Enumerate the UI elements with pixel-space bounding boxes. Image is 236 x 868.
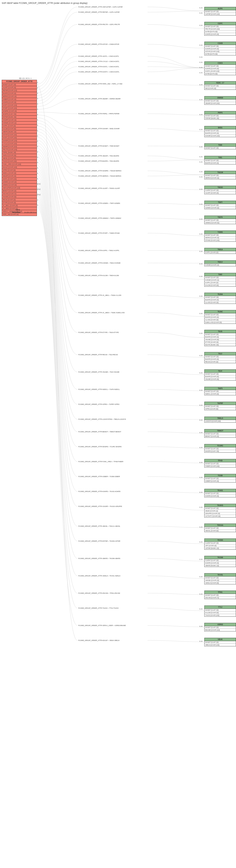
main-table-header[interactable]: FCOMS_GROUP_ORDER_ATTR bbox=[2, 80, 37, 83]
target-table-header[interactable]: T000 bbox=[205, 144, 236, 147]
target-table-header[interactable]: CEPC bbox=[205, 22, 236, 25]
target-table-header[interactable]: T003O bbox=[205, 186, 236, 189]
main-table-field: GSBER [CHAR (4)] bbox=[2, 98, 37, 101]
left-cardinality: 1 bbox=[37, 140, 38, 142]
target-table-t8jg: T8JGMANDT [CLNT (3)]BUKRS [CHAR (4)]VNAM… bbox=[204, 330, 236, 346]
target-table-header[interactable]: TAIF5 bbox=[205, 387, 236, 390]
target-table-header[interactable]: T683 bbox=[205, 273, 236, 276]
main-table-field: ETYPE [CHAR (3)] bbox=[2, 201, 37, 204]
cardinality-label: 0..N bbox=[200, 355, 203, 356]
target-table-header[interactable]: TKO08 bbox=[205, 556, 236, 559]
target-table-field: ABGSL [CHAR (6)] bbox=[205, 529, 236, 532]
target-table-header[interactable]: TCURC bbox=[205, 444, 236, 447]
target-table-header[interactable]: TBMOT bbox=[205, 429, 236, 432]
target-table-header[interactable]: AUFK bbox=[205, 7, 236, 10]
cardinality-label: 0..N bbox=[200, 404, 203, 406]
target-table-field: MANDT [CLNT (3)] bbox=[205, 507, 236, 510]
target-table-header[interactable]: CSKB bbox=[205, 42, 236, 45]
relation-label: FCOMS_GROUP_ORDER_ATTR-TXJCD = TTXJ-TXJC… bbox=[78, 607, 119, 609]
target-table-header[interactable]: TKV01 bbox=[205, 574, 236, 577]
target-table-prps: PRPSMANDT [CLNT (3)]PSPNR [NUMC (8)] bbox=[204, 111, 236, 120]
target-table-header[interactable]: FERC_C7 bbox=[205, 82, 236, 85]
relation-label: FCOMS_GROUP_ORDER_ATTR-PRCTR = CEPC-PRCT… bbox=[78, 24, 120, 25]
relation-label: FCOMS_GROUP_ORDER_ATTR-KOSTL = CSKS-KOST… bbox=[78, 66, 119, 67]
relation-label: FCOMS_GROUP_ORDER_ATTR-SOWRK = T001W-WER… bbox=[78, 170, 122, 172]
target-table-header[interactable]: T8JV bbox=[205, 370, 236, 373]
target-table-header[interactable]: TKAVG bbox=[205, 504, 236, 507]
target-table-field: GRUPPE [CHAR (4)] bbox=[205, 512, 236, 515]
target-table-field: STAND [CHAR (10)] bbox=[205, 239, 236, 242]
target-table-header[interactable]: TAPRF bbox=[205, 402, 236, 405]
target-table-header[interactable]: USR02 bbox=[205, 623, 236, 626]
left-cardinality: 1 bbox=[37, 178, 38, 180]
relation-label: FCOMS_GROUP_ORDER_ATTR-VERAA_USER = USR0… bbox=[78, 625, 126, 626]
target-table-header[interactable]: TKA01 bbox=[205, 489, 236, 492]
target-table-field: KOKRS [CHAR (4)] bbox=[205, 67, 236, 70]
target-table-header[interactable]: TBDLS bbox=[205, 417, 236, 420]
target-table-header[interactable]: T8JJ bbox=[205, 352, 236, 355]
relation-label: FCOMS_GROUP_ORDER_ATTR-MANDT = T000-MAND… bbox=[78, 145, 119, 147]
target-table-header[interactable]: T499S bbox=[205, 231, 236, 234]
target-table-header[interactable]: SKB1 bbox=[205, 126, 236, 129]
relation-label: FCOMS_GROUP_ORDER_ATTR-KVEWE = T681V-KVE… bbox=[78, 262, 121, 264]
target-table-header[interactable]: T8JG bbox=[205, 330, 236, 333]
target-table-field: MANDT [CLNT (3)] bbox=[205, 219, 236, 221]
target-table-header[interactable]: T001 bbox=[205, 156, 236, 159]
target-table-header[interactable]: PRPS bbox=[205, 111, 236, 115]
cardinality-label: 0..N bbox=[200, 146, 203, 148]
target-table-header[interactable]: TGSB bbox=[205, 474, 236, 477]
target-table-header[interactable]: T087I bbox=[205, 201, 236, 204]
target-table-field: TXJCD [CHAR (15)] bbox=[205, 614, 236, 616]
target-table-header[interactable]: ONR00 bbox=[205, 96, 236, 99]
target-table-header[interactable]: T681A bbox=[205, 248, 236, 251]
main-table-field: ABGSL [CHAR (6)] bbox=[2, 157, 37, 160]
target-table-header[interactable]: TTXJ bbox=[205, 606, 236, 609]
target-table-field: KOKRS [CHAR (4)] bbox=[205, 562, 236, 564]
left-cardinality: 1 bbox=[37, 82, 38, 83]
relation-label: FCOMS_GROUP_ORDER_ATTR-WERKS = T001W-WER… bbox=[78, 175, 121, 177]
main-table-field: KOKRS [CHAR (4)] bbox=[2, 101, 37, 104]
target-table-header[interactable]: CSKS bbox=[205, 62, 236, 65]
target-table-field: KOKRS [CHAR (4)] bbox=[205, 33, 236, 35]
main-table-field: ABKRS [NUMC (2)] bbox=[2, 130, 37, 133]
main-table-field: AUART [CHAR (4)] bbox=[2, 86, 37, 89]
left-cardinality: 1 bbox=[37, 204, 38, 206]
target-table-header[interactable]: TKKAA bbox=[205, 524, 236, 527]
target-table-field: SUBCLASS [CHAR (5)] bbox=[205, 321, 236, 323]
left-cardinality: 1 bbox=[37, 124, 38, 126]
target-table-tko03: TKO03CLIENT [CLNT (3)]ART [CHAR (4)]ASTN… bbox=[204, 538, 236, 550]
target-table-field: MANDT [CLNT (3)] bbox=[205, 447, 236, 450]
target-table-header[interactable]: T8J6C bbox=[205, 310, 236, 313]
target-table-field: ART [CHAR (4)] bbox=[205, 545, 236, 547]
main-table-field: REFNR [CHAR (12)] bbox=[2, 89, 37, 92]
target-table-field: RECID [CHAR (2)] bbox=[205, 361, 236, 363]
target-table-header[interactable]: T087K bbox=[205, 216, 236, 219]
target-table-header[interactable]: VBUK bbox=[205, 638, 236, 641]
left-cardinality: {0,1} bbox=[37, 188, 41, 190]
target-table-field: PRCTR [CHAR (10)] bbox=[205, 28, 236, 30]
target-table-header[interactable]: T681V bbox=[205, 260, 236, 264]
cardinality-label: 0..N bbox=[200, 576, 203, 578]
target-table-field: MANDT [CLNT (3)] bbox=[205, 355, 236, 358]
target-table-field: KOSTL [CHAR (10)] bbox=[205, 70, 236, 72]
target-table-field: PSPNR [NUMC (8)] bbox=[205, 117, 236, 119]
main-table-field: KAPPL [CHAR (2)] bbox=[2, 124, 37, 127]
main-table-field: JV_JIBCL [CHAR (3)] bbox=[2, 204, 37, 207]
target-table-header[interactable]: TPI01 bbox=[205, 591, 236, 594]
target-table-field: BEMOT [CHAR (2)] bbox=[205, 435, 236, 437]
relation-label: FCOMS_GROUP_ORDER_ATTR-FERC_IND = FERC_C… bbox=[78, 83, 123, 85]
target-table-header[interactable]: T8J6A bbox=[205, 293, 236, 296]
target-table-field: KALSM [CHAR (6)] bbox=[205, 612, 236, 614]
main-table-field: KSTAR [CHAR (10)] bbox=[2, 133, 37, 136]
relation-label: FCOMS_GROUP_ORDER_ATTR-KOSTV = CSKS-KOST… bbox=[78, 71, 120, 73]
relation-label: FCOMS_GROUP_ORDER_ATTR-KDAUF = VBUK-VBEL… bbox=[78, 640, 120, 641]
target-table-header[interactable]: TFKB bbox=[205, 459, 236, 462]
target-table-header[interactable]: TKO03 bbox=[205, 539, 236, 542]
target-table-field: VBELN [CHAR (10)] bbox=[205, 644, 236, 646]
page-title: SAP ABAP table FCOMS_GROUP_ORDER_ATTR {o… bbox=[2, 2, 236, 4]
cardinality-label: 0..N bbox=[200, 541, 203, 543]
target-table-ttxj: TTXJMANDT [CLNT (3)]KALSM [CHAR (6)]TXJC… bbox=[204, 606, 236, 617]
target-table-field: KVEWE [CHAR (1)] bbox=[205, 279, 236, 281]
target-table-field: MANDT [CLNT (3)] bbox=[205, 313, 236, 316]
target-table-header[interactable]: T001W bbox=[205, 171, 236, 174]
